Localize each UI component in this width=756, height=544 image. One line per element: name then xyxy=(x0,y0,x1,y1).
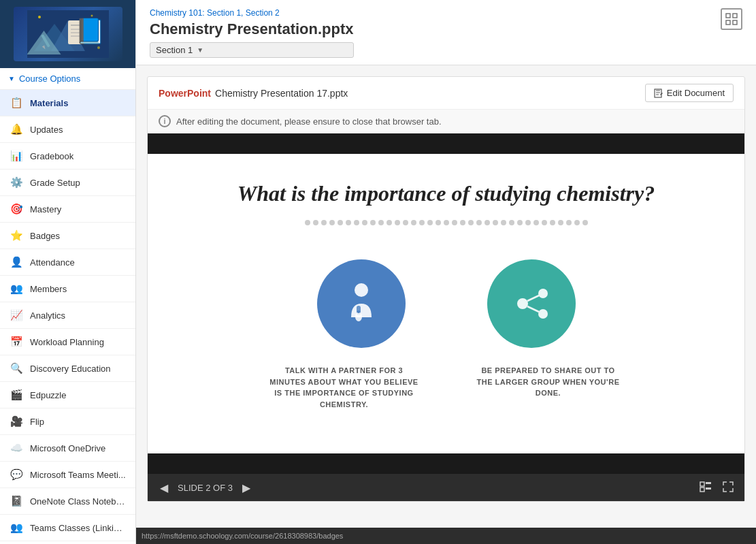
sidebar-item-label-discovery-education: Discovery Education xyxy=(30,364,111,374)
flip-icon: 🎥 xyxy=(10,415,23,428)
dot xyxy=(558,220,563,225)
svg-point-23 xyxy=(517,298,528,309)
sidebar-item-flip[interactable]: 🎥Flip xyxy=(0,409,135,435)
sidebar-item-teams-classes[interactable]: 👥Teams Classes (Linking) xyxy=(0,515,135,541)
sidebar-item-discovery-education[interactable]: 🔍Discovery Education xyxy=(0,355,135,382)
edit-document-label: Edit Document xyxy=(667,88,725,98)
svg-rect-17 xyxy=(733,20,737,25)
dot xyxy=(346,220,351,225)
dot xyxy=(550,220,555,225)
course-options-toggle[interactable]: ▼ Course Options xyxy=(0,68,135,90)
slide-fullscreen-button[interactable] xyxy=(720,479,736,497)
slide-dots xyxy=(175,220,717,225)
dot xyxy=(460,220,465,225)
expand-button[interactable] xyxy=(721,8,742,30)
badges-icon: ⭐ xyxy=(10,229,23,242)
svg-rect-31 xyxy=(706,487,711,490)
workload-planning-icon: 📅 xyxy=(10,335,23,349)
slide-title: What is the importance of studying chemi… xyxy=(237,181,655,206)
dot xyxy=(566,220,572,225)
sidebar-item-label-updates: Updates xyxy=(30,125,63,135)
sidebar-item-analytics[interactable]: 📈Analytics xyxy=(0,302,135,329)
doc-filename: Chemistry Presentation 17.pptx xyxy=(215,88,348,99)
gradebook-icon: 📊 xyxy=(10,149,23,163)
section-selector[interactable]: Section 1 ▼ xyxy=(150,42,354,58)
slide-count: SLIDE 2 OF 3 xyxy=(175,483,235,493)
sidebar-item-label-edpuzzle: Edpuzzle xyxy=(30,390,66,400)
dot xyxy=(468,220,474,225)
teams-classes-icon: 👥 xyxy=(10,521,23,534)
main-content: Chemistry 101: Section 1, Section 2 Chem… xyxy=(136,0,756,544)
dot xyxy=(574,220,580,225)
svg-line-26 xyxy=(527,295,539,301)
doc-card-header: PowerPoint Chemistry Presentation 17.ppt… xyxy=(148,77,744,110)
sidebar-item-attendance[interactable]: 👤Attendance xyxy=(0,249,135,276)
edpuzzle-icon: 🎬 xyxy=(10,388,23,402)
sidebar-item-label-teams-classes: Teams Classes (Linking) xyxy=(30,523,126,533)
dot xyxy=(378,220,384,225)
sidebar-item-onenote-class-notebo[interactable]: 📓OneNote Class Notebo... xyxy=(0,488,135,515)
section-chevron-icon: ▼ xyxy=(197,46,203,54)
breadcrumb: Chemistry 101: Section 1, Section 2 xyxy=(150,8,354,18)
dot xyxy=(525,220,531,225)
sidebar-item-label-attendance: Attendance xyxy=(30,257,75,268)
sidebar-item-mastery[interactable]: 🎯Mastery xyxy=(0,196,135,223)
discovery-education-icon: 🔍 xyxy=(10,362,23,375)
section-label: Section 1 xyxy=(156,45,193,55)
sidebar-item-gradebook[interactable]: 📊Gradebook xyxy=(0,143,135,170)
dot xyxy=(305,220,310,225)
slide-captions-row: TALK WITH A PARTNER FOR 3 MINUTES ABOUT … xyxy=(269,365,623,410)
sidebar-item-label-grade-setup: Grade Setup xyxy=(30,178,80,188)
sidebar-item-workload-planning[interactable]: 📅Workload Planning xyxy=(0,329,135,355)
expand-icon xyxy=(725,13,738,25)
dot xyxy=(427,220,433,225)
header-left: Chemistry 101: Section 1, Section 2 Chem… xyxy=(150,8,354,58)
status-url: https://msftdemo.schoology.com/course/26… xyxy=(142,532,343,540)
share-icon xyxy=(509,282,553,326)
sidebar-item-materials[interactable]: 📋Materials xyxy=(0,90,135,116)
sidebar-item-label-mastery: Mastery xyxy=(30,204,61,214)
sidebar-item-label-gradebook: Gradebook xyxy=(30,151,73,161)
sidebar-item-teams-meetings[interactable]: 📹Teams Meetings xyxy=(0,541,135,544)
sidebar-item-badges[interactable]: ⭐Badges xyxy=(0,223,135,249)
sidebar: ▼ Course Options 📋Materials🔔Updates📊Grad… xyxy=(0,0,136,544)
dot xyxy=(395,220,400,225)
dot xyxy=(411,220,416,225)
dot xyxy=(362,220,367,225)
slide-prev-button[interactable]: ◀ xyxy=(156,479,172,497)
course-options-label: Course Options xyxy=(19,74,80,84)
doc-card: PowerPoint Chemistry Presentation 17.ppt… xyxy=(147,76,745,502)
scientist-icon xyxy=(338,280,385,327)
dot xyxy=(444,220,449,225)
sidebar-item-label-microsoft-teams-meeti: Microsoft Teams Meeti... xyxy=(30,470,126,480)
svg-rect-16 xyxy=(726,20,730,25)
sidebar-item-updates[interactable]: 🔔Updates xyxy=(0,116,135,143)
sidebar-item-grade-setup[interactable]: ⚙️Grade Setup xyxy=(0,170,135,196)
slide-content: What is the importance of studying chemi… xyxy=(148,154,744,453)
microsoft-onedrive-icon: ☁️ xyxy=(10,441,23,455)
dot xyxy=(484,220,490,225)
sidebar-item-members[interactable]: 👥Members xyxy=(0,276,135,302)
dot xyxy=(517,220,523,225)
dot xyxy=(435,220,441,225)
dot xyxy=(370,220,376,225)
slide-top-bar xyxy=(148,133,744,154)
slide-nav-bar: ◀ SLIDE 2 OF 3 ▶ xyxy=(148,474,744,501)
slide-next-button[interactable]: ▶ xyxy=(238,479,254,497)
content-header: Chemistry 101: Section 1, Section 2 Chem… xyxy=(136,0,756,65)
info-icon: i xyxy=(159,115,171,127)
svg-rect-28 xyxy=(700,482,704,486)
sidebar-item-microsoft-onedrive[interactable]: ☁️Microsoft OneDrive xyxy=(0,435,135,462)
sidebar-item-edpuzzle[interactable]: 🎬Edpuzzle xyxy=(0,382,135,409)
svg-rect-29 xyxy=(706,482,711,484)
mastery-icon: 🎯 xyxy=(10,202,23,216)
dot xyxy=(329,220,335,225)
dot xyxy=(509,220,514,225)
sidebar-header xyxy=(0,0,135,68)
doc-card-title: PowerPoint Chemistry Presentation 17.ppt… xyxy=(159,88,348,99)
status-bar: https://msftdemo.schoology.com/course/26… xyxy=(136,528,756,544)
slide-view-options-button[interactable] xyxy=(697,479,714,497)
edit-document-button[interactable]: Edit Document xyxy=(645,84,734,102)
sidebar-item-microsoft-teams-meeti[interactable]: 💬Microsoft Teams Meeti... xyxy=(0,462,135,488)
svg-point-13 xyxy=(97,46,100,49)
